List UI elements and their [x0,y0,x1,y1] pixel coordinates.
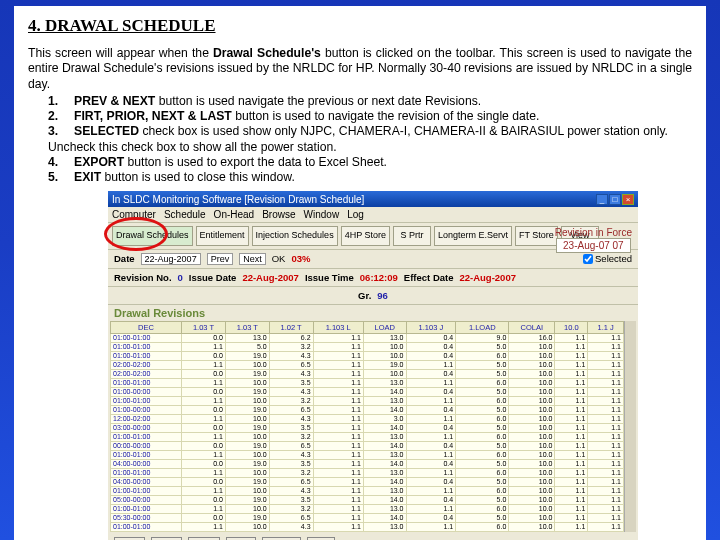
table-row[interactable]: 01:00-01:001.15.03.21.110.00.45.010.01.1… [111,342,624,351]
grid-cell: 10.0 [509,423,555,432]
grid-header[interactable]: DEC [111,321,182,333]
table-row[interactable]: 02:00-02:001.110.06.51.119.01.15.010.01.… [111,360,624,369]
grid-header[interactable]: 1.03 T [225,321,269,333]
table-row[interactable]: 01:00-01:000.013.06.21.113.00.49.016.01.… [111,333,624,342]
grid-cell: 1.1 [555,504,588,513]
grid-cell: 5.0 [456,441,509,450]
table-row[interactable]: 05:30-00:000.019.06.51.114.00.45.010.01.… [111,513,624,522]
date-field[interactable]: 22-Aug-2007 [141,253,201,265]
grid-header[interactable]: 1.LOAD [456,321,509,333]
grid-cell: 00:00-00:00 [111,441,182,450]
table-row[interactable]: 04:00-00:000.019.03.51.114.00.45.010.01.… [111,459,624,468]
menu-item[interactable]: Schedule [164,209,206,220]
grid-header[interactable]: 1.103 J [406,321,456,333]
toolbar-button[interactable]: 4HP Store [341,226,390,245]
table-row[interactable]: 01:00-01:001.110.04.31.113.01.16.010.01.… [111,450,624,459]
grid-cell: 19.0 [225,459,269,468]
grid-cell: 1.1 [555,513,588,522]
grid-cell: 1.1 [555,414,588,423]
table-row[interactable]: 01:00-00:000.019.06.51.114.00.45.010.01.… [111,405,624,414]
selected-check-input[interactable] [583,254,593,264]
grid-header[interactable]: 1.103 L [313,321,363,333]
grid-cell: 10.0 [225,486,269,495]
table-row[interactable]: 12:00-02:001.110.04.31.13.01.16.010.01.1… [111,414,624,423]
grid-cell: 1.1 [182,360,226,369]
grid-cell: 5.0 [225,342,269,351]
toolbar-button[interactable]: Injection Schedules [252,226,338,245]
table-row[interactable]: 01:00-01:001.110.03.21.113.01.16.010.01.… [111,396,624,405]
grid-cell: 01:00-01:00 [111,504,182,513]
grid-header[interactable]: 1.03 T [182,321,226,333]
selected-checkbox[interactable]: Selected [583,253,632,264]
table-row[interactable]: 01:00-01:001.110.04.31.113.01.16.010.01.… [111,522,624,531]
grid-cell: 10.0 [509,468,555,477]
table-row[interactable]: 01:00-01:001.110.03.21.113.01.16.010.01.… [111,504,624,513]
close-icon[interactable]: × [622,194,634,205]
window-buttons[interactable]: _□× [595,193,634,205]
grid-cell: 1.1 [406,504,456,513]
grid-cell: 1.1 [555,378,588,387]
grid-cell: 1.1 [313,414,363,423]
table-row[interactable]: 04:00-00:000.019.06.51.114.00.45.010.01.… [111,477,624,486]
next-button[interactable]: Next [239,253,266,265]
table-row[interactable]: 01:00-01:001.110.04.31.113.01.16.010.01.… [111,486,624,495]
table-row[interactable]: 01:00-00:000.019.04.31.114.00.45.010.01.… [111,387,624,396]
grid-cell: 13.0 [363,333,406,342]
grid-cell: 1.1 [588,477,624,486]
table-row[interactable]: 03:00-00:000.019.03.51.114.00.45.010.01.… [111,423,624,432]
grid-header[interactable]: 10.0 [555,321,588,333]
grid-cell: 10.0 [509,369,555,378]
issuetime-value: 06:12:09 [360,272,398,283]
menu-item[interactable]: Log [347,209,364,220]
section-label: Drawal Revisions [108,305,638,319]
grid-cell: 1.1 [313,333,363,342]
table-row[interactable]: 01:00-01:001.110.03.51.113.01.16.010.01.… [111,378,624,387]
toolbar-button[interactable]: FT Store [515,226,558,245]
revision-grid[interactable]: DEC1.03 T1.03 T1.02 T1.103 LLOAD1.103 J1… [110,321,624,532]
grid-header[interactable]: 1.1 J [588,321,624,333]
menu-bar[interactable]: ComputerScheduleOn-HeadBrowseWindowLog [108,207,638,223]
grid-cell: 5.0 [456,459,509,468]
table-row[interactable]: 05:00-00:000.019.03.51.114.00.45.010.01.… [111,495,624,504]
menu-item[interactable]: Window [304,209,340,220]
controls-row-3: Gr. 96 [108,287,638,305]
intro-bold: Drawal Schedule's [213,46,321,60]
maximize-icon[interactable]: □ [609,194,621,205]
scrollbar[interactable] [624,321,636,532]
menu-item[interactable]: Computer [112,209,156,220]
prev-button[interactable]: Prev [207,253,234,265]
window-titlebar: In SLDC Monitoring Software [Revision Dr… [108,191,638,207]
intro-pre: This screen will appear when the [28,46,213,60]
grid-header[interactable]: LOAD [363,321,406,333]
grid-cell: 1.1 [588,450,624,459]
gr-label: Gr. [358,290,371,301]
grid-cell: 1.1 [555,360,588,369]
toolbar-button[interactable]: Longterm E.Servt [434,226,512,245]
table-row[interactable]: 01:00-01:000.019.04.31.110.00.46.010.01.… [111,351,624,360]
grid-cell: 0.4 [406,351,456,360]
minimize-icon[interactable]: _ [596,194,608,205]
grid-cell: 01:00-01:00 [111,378,182,387]
grid-header[interactable]: 1.02 T [269,321,313,333]
grid-cell: 19.0 [225,495,269,504]
toolbar-button[interactable]: Entitlement [196,226,249,245]
menu-item[interactable]: On-Head [214,209,255,220]
grid-header[interactable]: COLAI [509,321,555,333]
effdate-label: Effect Date [404,272,454,283]
grid-cell: 1.1 [313,504,363,513]
grid-cell: 3.2 [269,396,313,405]
grid-cell: 0.0 [182,387,226,396]
grid-cell: 13.0 [363,450,406,459]
menu-item[interactable]: Browse [262,209,295,220]
grid-cell: 1.1 [406,414,456,423]
drawal-schedules-button[interactable]: Drawal Schedules [112,226,193,245]
grid-cell: 5.0 [456,342,509,351]
table-row[interactable]: 02:00-02:000.019.04.31.110.00.45.010.01.… [111,369,624,378]
grid-cell: 0.4 [406,342,456,351]
table-row[interactable]: 00:00-00:000.019.06.51.114.00.45.010.01.… [111,441,624,450]
toolbar-button[interactable]: S Prtr [393,226,431,245]
grid-cell: 5.0 [456,477,509,486]
grid-cell: 1.1 [588,486,624,495]
table-row[interactable]: 01:00-01:001.110.03.21.113.01.16.010.01.… [111,468,624,477]
table-row[interactable]: 01:00-01:001.110.03.21.113.01.16.010.01.… [111,432,624,441]
